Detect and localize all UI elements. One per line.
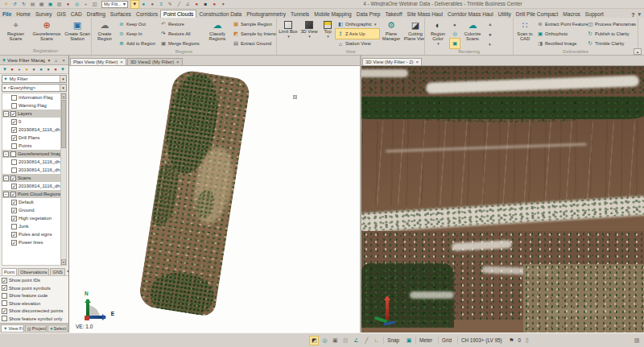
tree-item[interactable]: 0 xyxy=(2,118,60,126)
checkbox[interactable] xyxy=(2,308,7,314)
option-row[interactable]: Show point symbols xyxy=(2,285,68,291)
snap-line-icon[interactable]: ╱ xyxy=(362,337,370,345)
create-region-button[interactable]: ☁ Create Region xyxy=(93,19,117,41)
tab-tunnels[interactable]: Tunnels xyxy=(288,10,312,18)
keep-out-button[interactable]: ⊘Keep Out xyxy=(117,19,159,29)
plan-view-canvas[interactable]: N E VE: 1.0 xyxy=(69,66,360,333)
orthophoto-button[interactable]: ▣Orthophoto xyxy=(535,29,585,39)
checkbox[interactable] xyxy=(11,119,17,125)
expander-icon[interactable]: − xyxy=(3,151,9,157)
publish-to-clarity-button[interactable]: ↻Publish to Clarity xyxy=(585,29,635,39)
globe-icon-4[interactable]: ● xyxy=(52,67,59,72)
tab-gis[interactable]: GIS xyxy=(54,10,68,18)
checkbox[interactable] xyxy=(11,184,17,189)
checkbox[interactable] xyxy=(11,159,17,165)
checkbox[interactable] xyxy=(2,278,7,283)
tab-site-mass-haul[interactable]: Site Mass Haul xyxy=(405,10,445,18)
checkbox[interactable] xyxy=(11,95,17,101)
undo-icon[interactable]: ↺ xyxy=(11,1,19,8)
checkbox[interactable] xyxy=(11,208,17,213)
tab-point-clouds[interactable]: Point Clouds xyxy=(160,10,196,18)
plane-manager-button[interactable]: ⚙ Plane Manager xyxy=(379,19,403,41)
checkbox[interactable] xyxy=(10,176,16,181)
grid-toggle[interactable]: Grid xyxy=(438,337,455,344)
funnel-bolt-icon[interactable]: ▼ xyxy=(60,67,66,72)
globe-icon[interactable]: ● xyxy=(140,1,147,8)
checkbox[interactable] xyxy=(2,316,7,321)
tree-item[interactable]: Information Flag xyxy=(2,93,60,101)
render-option-3-button[interactable]: ▣ xyxy=(450,39,460,48)
snap-angle-icon[interactable]: ∠ xyxy=(352,337,360,345)
checkbox[interactable] xyxy=(11,232,17,238)
yellow-sphere-icon[interactable]: ● xyxy=(23,67,30,72)
sample-region-button[interactable]: ▦Sample Region xyxy=(231,19,277,29)
units-icon[interactable]: ▣ xyxy=(405,337,413,345)
checkbox[interactable] xyxy=(11,103,17,109)
paste-icon[interactable]: ▥ xyxy=(56,1,63,8)
app-logo-icon[interactable]: ✳ xyxy=(2,1,10,8)
classify-regions-button[interactable]: ☁ Classify Regions xyxy=(204,19,231,41)
globe-icon-1[interactable]: ● xyxy=(31,67,37,72)
record2-icon[interactable]: ● xyxy=(193,1,200,8)
coordinate-system-indicator[interactable]: CH 1903+ (LV 95) xyxy=(457,337,505,344)
filter-highlight-icon[interactable]: ▼ xyxy=(131,1,138,8)
scroll-up-icon[interactable]: ▴ xyxy=(61,93,66,99)
checkbox[interactable] xyxy=(11,127,17,133)
view-cube-icon[interactable]: ◫ xyxy=(91,1,98,8)
tab-gnss[interactable]: GNS xyxy=(50,268,64,275)
image-icon[interactable]: ▣ xyxy=(331,337,339,345)
open-icon[interactable]: ▤ xyxy=(29,1,36,8)
expander-icon[interactable]: − xyxy=(3,176,9,181)
stop-icon[interactable]: ■ xyxy=(202,1,209,8)
tab-photogrammetry[interactable]: Photogrammetry xyxy=(244,10,288,18)
record-icon[interactable]: ● xyxy=(64,1,72,8)
dock-tab-view-filter[interactable]: ▼View Fi... xyxy=(1,324,24,333)
tray-icon[interactable]: ▨ xyxy=(633,337,641,345)
sign-in-icon[interactable]: ▾ xyxy=(638,11,641,18)
checkbox[interactable] xyxy=(11,200,17,205)
option-row[interactable]: Show point IDs xyxy=(2,278,68,283)
tab-utility[interactable]: Utility xyxy=(496,10,514,18)
close-icon[interactable]: × xyxy=(416,60,419,64)
scroll-down-icon[interactable]: ▾ xyxy=(61,259,66,265)
render-option-2-button[interactable]: ◎ xyxy=(450,29,460,39)
top-view-button[interactable]: Top▾ xyxy=(320,19,336,39)
tree-group-layers[interactable]: −Layers xyxy=(2,109,60,118)
tab-macros[interactable]: Macros xyxy=(560,10,583,18)
tree-item[interactable]: Ground xyxy=(2,206,60,214)
tab-surfaces[interactable]: Surfaces xyxy=(108,10,134,18)
trimble-clarity-button[interactable]: ↻Trimble Clarity xyxy=(585,39,635,48)
globe-icon-2[interactable]: ● xyxy=(38,67,44,72)
sample-by-intensity-button[interactable]: ◩Sample by Intensity xyxy=(231,29,277,39)
orthographic-button[interactable]: ◧Orthographic▾ xyxy=(336,19,379,29)
merge-regions-button[interactable]: ▣Merge Regions xyxy=(159,39,204,48)
tab-support[interactable]: Support xyxy=(583,10,606,18)
region-color-button[interactable]: ◐ Region Color▾ xyxy=(426,19,450,47)
tree-item[interactable]: Warning Flag xyxy=(2,101,60,109)
restore-all-button[interactable]: ↷Restore All xyxy=(159,29,204,39)
scope-select[interactable]: ● <Everything> ▾ xyxy=(2,84,67,92)
checkbox[interactable] xyxy=(10,111,16,117)
tree-group-point-cloud-regions[interactable]: −Point Cloud Regions xyxy=(2,190,60,198)
option-row[interactable]: Show feature code xyxy=(2,293,68,299)
layers-icon[interactable]: ≡ xyxy=(158,1,165,8)
tree-item[interactable]: Points xyxy=(2,142,60,150)
sphere-icon[interactable]: ● xyxy=(149,1,156,8)
tree-item[interactable]: Junk xyxy=(2,222,60,230)
view-tab-3d-view2[interactable]: 3D View2 (My Filter)× xyxy=(127,58,183,65)
3d-view-canvas[interactable] xyxy=(361,66,644,333)
option-row[interactable]: Show disconnected points xyxy=(2,308,68,314)
tab-takeoff[interactable]: Takeoff xyxy=(382,10,404,18)
extract-ground-button[interactable]: ▤Extract Ground xyxy=(231,39,277,48)
checkbox[interactable] xyxy=(11,135,17,141)
qat-dropdown-icon[interactable]: ▾ xyxy=(220,1,227,8)
limit-box-button[interactable]: Limit Box▾ xyxy=(278,19,299,39)
checkbox[interactable] xyxy=(2,300,7,306)
checkbox[interactable] xyxy=(11,216,17,221)
snap-toggle[interactable]: Snap xyxy=(383,337,402,344)
funnel-icon[interactable]: ▼ xyxy=(2,67,8,72)
tab-file[interactable]: File xyxy=(0,10,14,18)
tab-home[interactable]: Home xyxy=(14,10,33,18)
expander-icon[interactable]: − xyxy=(3,192,9,197)
copy-icon[interactable]: ▣ xyxy=(47,1,54,8)
